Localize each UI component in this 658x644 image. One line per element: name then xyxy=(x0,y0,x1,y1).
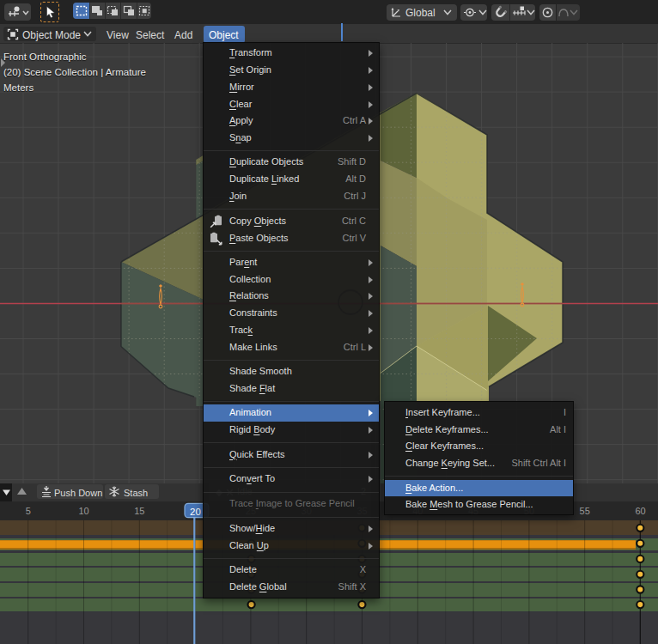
svg-text:20: 20 xyxy=(190,507,201,517)
